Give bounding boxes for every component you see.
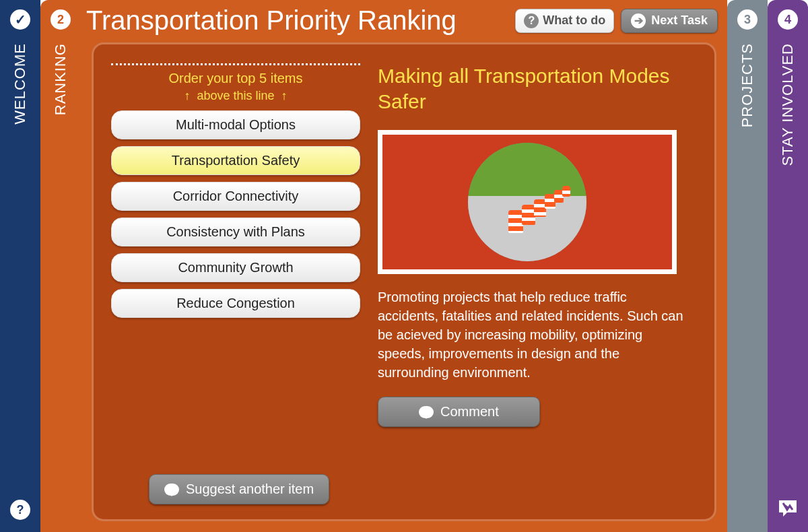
rank-item[interactable]: Reduce Congestion <box>111 289 360 318</box>
arrow-up-icon: ↑ <box>281 89 288 102</box>
detail-image <box>468 143 586 261</box>
tab-stay-badge: 4 <box>778 9 798 30</box>
tab-stay-involved[interactable]: 4 STAY INVOLVED <box>768 0 808 532</box>
what-to-do-label: What to do <box>543 13 605 28</box>
what-to-do-button[interactable]: ? What to do <box>515 9 614 33</box>
tab-projects-badge: 3 <box>737 9 758 30</box>
ranking-items-list: Multi-modal Options Transportation Safet… <box>111 110 360 318</box>
comment-label: Comment <box>440 404 499 420</box>
suggest-item-button[interactable]: Suggest another item <box>149 474 329 504</box>
rank-item[interactable]: Corridor Connectivity <box>111 182 360 211</box>
ranking-inner-panel: Order your top 5 items ↑ above this line… <box>92 42 716 521</box>
rank-hint-line1: Order your top 5 items <box>169 69 303 88</box>
detail-image-frame <box>378 130 677 274</box>
detail-panel: Making all Transportation Modes Safer Pr… <box>378 63 697 500</box>
detail-description: Promoting projects that help reduce traf… <box>378 288 687 382</box>
tab-projects[interactable]: 3 PROJECTS <box>727 0 768 532</box>
rank-item[interactable]: Multi-modal Options <box>111 110 360 139</box>
comment-button[interactable]: Comment <box>378 397 540 427</box>
tab-projects-label: PROJECTS <box>739 43 756 127</box>
arrow-right-icon: ➔ <box>631 13 646 28</box>
tab-welcome-label: WELCOME <box>11 43 29 125</box>
rank-hint-line2-wrap: ↑ above this line ↑ <box>169 88 303 104</box>
tab-ranking-badge: 2 <box>50 9 71 30</box>
main-panel: Transportation Priority Ranking ? What t… <box>81 0 727 532</box>
rank-item[interactable]: Community Growth <box>111 253 360 282</box>
rank-divider-line <box>111 63 360 65</box>
app-root: ✓ WELCOME ? 2 RANKING Transportation Pri… <box>0 0 808 532</box>
rank-item[interactable]: Transportation Safety <box>111 146 360 175</box>
ranking-leftcol: Order your top 5 items ↑ above this line… <box>111 63 360 500</box>
tab-welcome[interactable]: ✓ WELCOME ? <box>0 0 40 532</box>
rank-hint-line2: above this line <box>197 89 274 102</box>
question-icon: ? <box>524 13 539 28</box>
page-title: Transportation Priority Ranking <box>86 5 515 36</box>
next-task-button[interactable]: ➔ Next Task <box>621 9 718 33</box>
arrow-up-icon: ↑ <box>184 89 190 102</box>
rank-hint: Order your top 5 items ↑ above this line… <box>169 69 303 104</box>
detail-title: Making all Transportation Modes Safer <box>378 63 697 114</box>
next-task-label: Next Task <box>651 13 708 28</box>
speech-icon <box>164 484 179 496</box>
brand-logo-icon <box>778 499 798 523</box>
tab-ranking[interactable]: 2 RANKING <box>40 0 81 532</box>
help-icon[interactable]: ? <box>10 500 30 520</box>
rank-item[interactable]: Consistency with Plans <box>111 218 360 246</box>
suggest-label: Suggest another item <box>186 481 314 497</box>
check-icon: ✓ <box>10 9 30 30</box>
speech-icon <box>419 406 434 418</box>
tab-stay-label: STAY INVOLVED <box>779 43 797 166</box>
title-bar: Transportation Priority Ranking ? What t… <box>81 0 727 38</box>
tab-ranking-label: RANKING <box>52 43 69 115</box>
